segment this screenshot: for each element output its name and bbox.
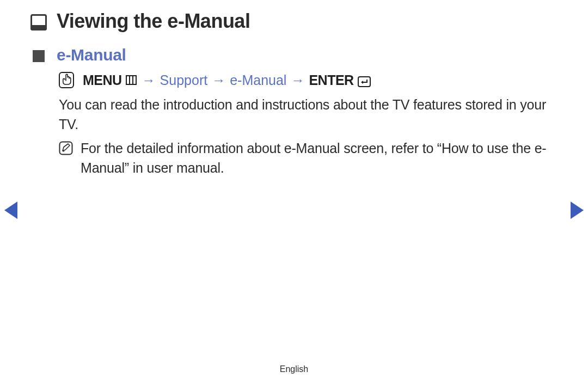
menu-path: MENU → Support → e-Manual → ENTER — [59, 72, 371, 88]
triangle-right-icon — [571, 202, 584, 219]
next-page-button[interactable] — [571, 202, 584, 219]
arrow-separator: → — [290, 72, 305, 88]
enter-label: ENTER — [309, 72, 353, 88]
footer-language: English — [0, 364, 588, 374]
menu-label: MENU — [83, 72, 122, 88]
path-support: Support — [160, 72, 208, 88]
note-pencil-icon — [59, 141, 73, 155]
triangle-left-icon — [4, 202, 17, 219]
subsection-title: e-Manual — [57, 46, 126, 64]
prev-page-button[interactable] — [4, 202, 17, 219]
enter-button-icon — [358, 75, 371, 86]
hand-pointer-icon — [59, 72, 74, 88]
menu-button-icon — [126, 75, 137, 85]
page-title: Viewing the e-Manual — [57, 10, 250, 33]
svg-rect-2 — [60, 142, 72, 155]
note-row: For the detailed information about e-Man… — [59, 138, 550, 178]
page-title-row: Viewing the e-Manual — [30, 10, 250, 33]
note-paragraph: For the detailed information about e-Man… — [81, 138, 550, 178]
subsection-row: e-Manual — [33, 46, 126, 64]
intro-paragraph: You can read the introduction and instru… — [59, 95, 550, 135]
bullet-square-icon — [33, 50, 45, 62]
chapter-icon — [30, 14, 47, 31]
arrow-separator: → — [141, 72, 157, 88]
path-emanual: e-Manual — [230, 72, 286, 88]
arrow-separator: → — [211, 72, 226, 88]
